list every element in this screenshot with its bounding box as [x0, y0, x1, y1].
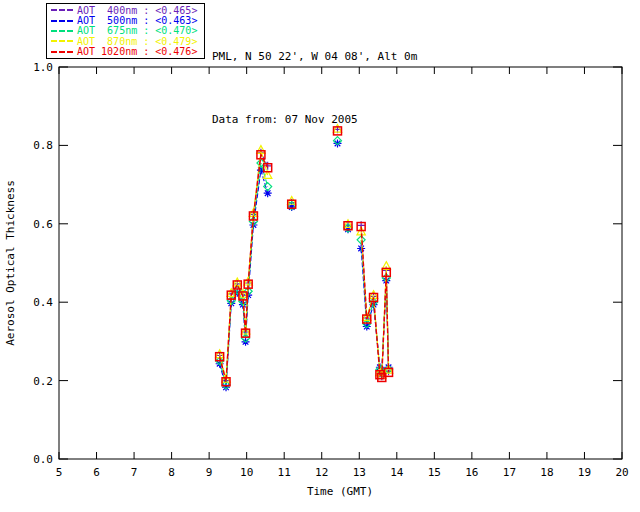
x-tick-label: 16 [465, 466, 478, 479]
x-tick-label: 19 [578, 466, 591, 479]
x-axis-title: Time (GMT) [307, 485, 373, 498]
legend-entry-aot-870nm: AOT 870nm : <0.479> [49, 36, 202, 46]
legend-label-aot-400nm: AOT 400nm : <0.465> [77, 5, 197, 16]
y-tick-label: 0.0 [33, 453, 53, 466]
x-tick-label: 12 [315, 466, 328, 479]
series-line [220, 163, 268, 385]
series-line [220, 155, 268, 382]
y-tick-label: 0.2 [33, 375, 53, 388]
x-tick-label: 13 [353, 466, 366, 479]
plot-header: PML, N 50 22', W 04 08', Alt 0m Data fro… [212, 4, 417, 172]
x-tick-label: 14 [390, 466, 404, 479]
legend-line-sample-aot-400nm [51, 9, 73, 11]
y-tick-label: 0.6 [33, 218, 53, 231]
y-tick-label: 0.4 [33, 296, 53, 309]
legend-label-aot-870nm: AOT 870nm : <0.479> [77, 36, 197, 47]
legend-line-sample-aot-675nm [51, 30, 73, 32]
data-date-text: Data from: 07 Nov 2005 [212, 109, 417, 130]
legend-label-aot-675nm: AOT 675nm : <0.470> [77, 25, 197, 36]
x-tick-label: 8 [168, 466, 175, 479]
x-tick-label: 6 [93, 466, 100, 479]
legend-label-aot-500nm: AOT 500nm : <0.463> [77, 15, 197, 26]
legend-line-sample-aot-870nm [51, 40, 73, 42]
legend-entry-aot-1020nm: AOT 1020nm : <0.476> [49, 47, 202, 57]
series-aot-675nm [216, 137, 393, 389]
x-tick-label: 17 [503, 466, 516, 479]
x-tick-label: 9 [206, 466, 213, 479]
x-tick-label: 5 [56, 466, 63, 479]
series-line [220, 153, 268, 381]
data-point-marker-asterisk [357, 244, 365, 252]
x-tick-label: 10 [240, 466, 253, 479]
legend-label-aot-1020nm: AOT 1020nm : <0.476> [77, 46, 197, 57]
x-tick-label: 15 [428, 466, 441, 479]
series-line [220, 170, 268, 387]
x-tick-label: 7 [131, 466, 138, 479]
series-line [220, 150, 268, 379]
y-tick-label: 1.0 [33, 61, 53, 74]
x-tick-label: 20 [615, 466, 628, 479]
aot-plot-window: AOT 400nm : <0.465>AOT 500nm : <0.463>AO… [0, 0, 640, 512]
station-info-text: PML, N 50 22', W 04 08', Alt 0m [212, 46, 417, 67]
legend-entry-aot-675nm: AOT 675nm : <0.470> [49, 26, 202, 36]
plot-legend: AOT 400nm : <0.465>AOT 500nm : <0.463>AO… [46, 3, 205, 59]
legend-entry-aot-400nm: AOT 400nm : <0.465> [49, 5, 202, 15]
x-tick-label: 11 [278, 466, 291, 479]
series-aot-500nm [216, 139, 393, 391]
y-axis-title: Aerosol Optical Thickness [4, 180, 17, 346]
legend-line-sample-aot-1020nm [51, 51, 73, 53]
legend-entry-aot-500nm: AOT 500nm : <0.463> [49, 16, 202, 26]
x-tick-label: 18 [540, 466, 553, 479]
y-tick-label: 0.8 [33, 139, 53, 152]
legend-line-sample-aot-500nm [51, 20, 73, 22]
